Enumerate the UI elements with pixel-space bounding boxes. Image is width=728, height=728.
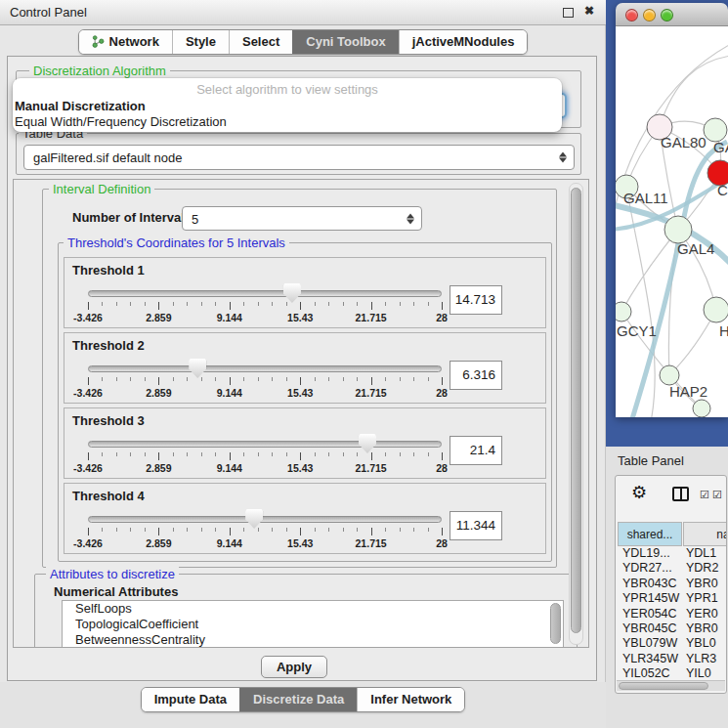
cell-name: YLR3 <box>686 652 716 666</box>
threshold-row-4: Threshold 4 -3.4262.8599.14415.4321.7152… <box>64 483 546 554</box>
network-node-h[interactable] <box>704 297 728 322</box>
scrollbar-thumb[interactable] <box>571 188 581 633</box>
cell-shared-name: YDR27... <box>622 561 672 576</box>
tick-label: -3.426 <box>73 387 103 399</box>
attribute-item[interactable]: BetweennessCentrality <box>63 632 563 648</box>
algorithm-dropdown-popup: Select algorithm to view settings Manual… <box>13 78 562 132</box>
close-traffic-icon[interactable] <box>625 9 638 21</box>
network-node[interactable] <box>693 400 710 417</box>
gear-icon[interactable] <box>631 482 647 503</box>
table-row[interactable]: YDR27...YDR2 <box>617 561 727 576</box>
cell-name: YBR0 <box>686 621 718 636</box>
network-node-gcy1[interactable] <box>616 302 631 321</box>
table-row[interactable]: YBR045CYBR0 <box>617 621 727 636</box>
settings-scroll-panel: Interval Definition Number of Intervals … <box>13 179 589 648</box>
slider-thumb[interactable] <box>245 509 263 529</box>
tick-label: -3.426 <box>73 537 103 549</box>
attribute-item[interactable]: SelfLoops <box>63 601 563 617</box>
combobox-spinner-icon <box>559 151 567 164</box>
tab-impute-data[interactable]: Impute Data <box>142 688 239 711</box>
tick-label: 2.859 <box>146 312 171 323</box>
list-scrollbar[interactable] <box>550 603 561 644</box>
minimize-traffic-icon[interactable] <box>643 9 656 21</box>
network-desktop: GAL80GACGAL11GAL4GCY1HHAP2 <box>606 0 728 447</box>
tick-label: 21.715 <box>356 537 387 549</box>
slider-track[interactable] <box>88 290 442 297</box>
zoom-traffic-icon[interactable] <box>661 9 673 21</box>
tab-discretize-data[interactable]: Discretize Data <box>239 688 357 711</box>
tab-cyni-toolbox[interactable]: Cyni Toolbox <box>292 30 398 54</box>
cell-name: YDL1 <box>686 546 716 561</box>
table-row[interactable]: YER054CYER0 <box>617 607 727 621</box>
slider-track[interactable] <box>88 365 442 372</box>
table-rows: YDL19...YDL1YDR27...YDR2YBR043CYBR0YPR14… <box>617 546 727 681</box>
tab-select[interactable]: Select <box>229 30 292 54</box>
cell-shared-name: YBR045C <box>622 621 677 636</box>
threshold-value-field[interactable]: 21.4 <box>450 436 502 465</box>
column-header-name[interactable]: na <box>683 522 727 546</box>
table-row[interactable]: YIL052CYIL0 <box>617 666 727 681</box>
node-label: GAL4 <box>677 240 714 257</box>
float-panel-icon[interactable] <box>563 8 574 18</box>
node-label: C <box>717 182 728 198</box>
tab-style[interactable]: Style <box>172 30 229 54</box>
dropdown-option-equal-width-frequency[interactable]: Equal Width/Frequency Discretization <box>15 114 227 129</box>
tab-label: Style <box>186 34 216 49</box>
slider-ticks <box>88 302 442 311</box>
attributes-listbox[interactable]: SelfLoopsTopologicalCoefficientBetweenne… <box>62 600 564 648</box>
number-of-intervals-combobox[interactable]: 5 <box>182 206 422 231</box>
slider-thumb[interactable] <box>359 434 376 453</box>
tick-label: 9.144 <box>217 387 242 399</box>
table-data-combobox[interactable]: galFiltered.sif default node <box>23 145 575 170</box>
cell-shared-name: YPR145W <box>622 591 679 606</box>
panel-title: Control Panel <box>10 5 87 20</box>
attributes-group-title: Attributes to discretize <box>46 567 179 581</box>
column-header-shared-name[interactable]: shared... <box>618 522 682 546</box>
scrollbar-thumb[interactable] <box>619 682 708 690</box>
checkbox-icon[interactable] <box>700 489 709 501</box>
table-row[interactable]: YBR043CYBR0 <box>617 577 727 591</box>
tab-group: Impute DataDiscretize DataInfer Network <box>141 687 466 712</box>
control-panel-titlebar: Control Panel <box>0 0 606 25</box>
slider-thumb[interactable] <box>283 283 301 303</box>
apply-button[interactable]: Apply <box>261 656 327 678</box>
dropdown-placeholder: Select algorithm to view settings <box>13 82 562 97</box>
network-node-gal4[interactable] <box>664 216 692 243</box>
horizontal-scrollbar[interactable] <box>617 680 725 691</box>
attribute-item[interactable]: TopologicalCoefficient <box>63 617 563 632</box>
tab-jactivemnodules[interactable]: jActiveMNodules <box>399 30 528 54</box>
threshold-value-field[interactable]: 14.713 <box>450 285 502 315</box>
slider-track[interactable] <box>88 516 442 523</box>
slider-track[interactable] <box>88 441 442 448</box>
slider-tick-labels: -3.4262.8599.14415.4321.71528 <box>88 387 442 400</box>
table-row[interactable]: YPR145WYPR1 <box>617 591 727 606</box>
threshold-value-field[interactable]: 6.316 <box>450 361 502 390</box>
slider-thumb[interactable] <box>189 359 206 378</box>
slider-tick-labels: -3.4262.8599.14415.4321.71528 <box>88 312 442 324</box>
table-row[interactable]: YBL079WYBL0 <box>617 636 727 651</box>
threshold-row-3: Threshold 3 -3.4262.8599.14415.4321.7152… <box>64 407 546 479</box>
tab-label: Infer Network <box>370 692 451 707</box>
threshold-value-field[interactable]: 11.344 <box>450 511 502 540</box>
split-view-icon[interactable] <box>672 487 689 501</box>
vertical-scrollbar[interactable] <box>569 183 583 645</box>
network-node-hap2[interactable] <box>660 365 679 385</box>
tab-label: Discretize Data <box>253 692 344 707</box>
threshold-label: Threshold 4 <box>72 489 145 503</box>
dropdown-option-manual-discretization[interactable]: Manual Discretization <box>15 99 146 113</box>
tick-label: -3.426 <box>73 462 103 474</box>
right-region: GAL80GACGAL11GAL4GCY1HHAP2 Table Panel s… <box>606 0 728 728</box>
network-canvas[interactable]: GAL80GACGAL11GAL4GCY1HHAP2 <box>616 26 728 417</box>
tab-infer-network[interactable]: Infer Network <box>357 688 464 711</box>
tab-network[interactable]: Network <box>79 30 172 54</box>
checkbox-icon[interactable] <box>712 489 722 501</box>
table-row[interactable]: YLR345WYLR3 <box>617 652 727 666</box>
number-of-intervals-label: Number of Intervals <box>72 210 192 225</box>
node-label: GA <box>713 139 728 155</box>
network-window: GAL80GACGAL11GAL4GCY1HHAP2 <box>616 3 728 417</box>
node-table: shared... na YDL19...YDL1YDR27...YDR2YBR… <box>615 475 727 694</box>
table-row[interactable]: YDL19...YDL1 <box>617 546 727 561</box>
close-icon[interactable] <box>584 4 594 18</box>
cell-name: YIL0 <box>686 666 711 681</box>
tick-label: 21.715 <box>356 462 387 474</box>
